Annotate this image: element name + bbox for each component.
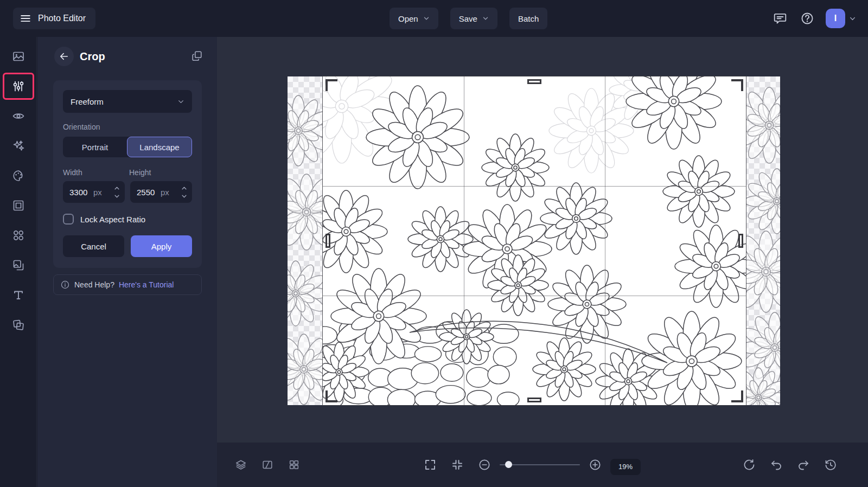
zoom-slider-thumb[interactable] — [505, 461, 512, 468]
zoom-out-button[interactable] — [473, 453, 496, 477]
fit-screen-button[interactable] — [445, 453, 469, 477]
layers-icon — [235, 459, 247, 471]
duplicate-icon — [191, 50, 203, 62]
save-button-label: Save — [459, 14, 477, 23]
frame-icon — [12, 199, 25, 212]
height-input[interactable] — [137, 188, 161, 197]
grid-icon — [288, 459, 300, 471]
photo-editor-app: Photo Editor Open Save Batch I — [0, 0, 868, 487]
width-step-up-button[interactable] — [112, 184, 121, 191]
aspect-ratio-select[interactable]: Freeform — [63, 90, 192, 113]
compare-button[interactable] — [257, 453, 278, 477]
feedback-icon — [773, 11, 787, 25]
canvas-image[interactable] — [288, 76, 780, 405]
palette-icon — [12, 169, 25, 182]
sidebar-item-text[interactable] — [5, 283, 31, 307]
crop-handle-top[interactable] — [527, 79, 541, 84]
crop-handle-top-right[interactable] — [731, 79, 743, 91]
lock-aspect-ratio-row[interactable]: Lock Aspect Ratio — [63, 214, 192, 225]
cancel-button[interactable]: Cancel — [63, 235, 124, 257]
sidebar-item-textures[interactable] — [5, 313, 31, 337]
tutorial-link[interactable]: Here's a Tutorial — [119, 280, 174, 289]
height-step-down-button[interactable] — [180, 193, 188, 200]
redo-button[interactable] — [792, 453, 815, 477]
layers-button[interactable] — [230, 453, 252, 477]
sidebar-item-edit[interactable] — [5, 74, 31, 98]
sidebar-item-overlays[interactable] — [5, 223, 31, 247]
textures-icon — [12, 318, 25, 331]
crop-handle-top-left[interactable] — [326, 79, 337, 91]
crop-handle-left[interactable] — [326, 234, 330, 248]
batch-button-label: Batch — [518, 14, 539, 23]
crop-box[interactable] — [323, 76, 746, 405]
duplicate-button[interactable] — [191, 50, 203, 62]
chevron-down-icon — [114, 194, 120, 198]
height-unit: px — [161, 188, 169, 197]
main-menu-button[interactable]: Photo Editor — [13, 8, 95, 29]
crop-handle-bottom-left[interactable] — [326, 390, 337, 402]
crop-gridline-horizontal — [323, 296, 746, 296]
history-button[interactable] — [819, 453, 843, 477]
account-menu[interactable]: I — [826, 9, 856, 28]
canvas-area[interactable]: 19% — [217, 37, 868, 487]
topbar: Photo Editor Open Save Batch I — [0, 0, 868, 37]
chevron-down-icon — [849, 15, 856, 22]
lock-aspect-label: Lock Aspect Ratio — [80, 215, 145, 224]
zoom-slider[interactable] — [500, 453, 580, 477]
zoom-level[interactable]: 19% — [610, 459, 641, 475]
width-field[interactable]: px — [63, 181, 125, 203]
sidebar-item-frames[interactable] — [5, 194, 31, 217]
reset-icon — [743, 458, 756, 471]
undo-button[interactable] — [764, 453, 788, 477]
zoom-in-button[interactable] — [583, 453, 607, 477]
height-label: Height — [129, 168, 151, 177]
back-button[interactable] — [54, 47, 74, 66]
portrait-button[interactable]: Portrait — [63, 137, 127, 157]
width-label: Width — [63, 168, 129, 177]
crop-settings-card: Freeform Orientation Portrait Landscape … — [53, 80, 202, 268]
sidebar-item-effects[interactable] — [5, 134, 31, 158]
history-tools — [737, 453, 843, 477]
height-field[interactable]: px — [130, 181, 192, 203]
crop-panel: Crop Freeform Orientation Portrait Lands… — [37, 37, 217, 487]
sparkles-icon — [12, 139, 25, 152]
dimension-inputs: px px — [63, 181, 192, 203]
arrow-left-icon — [59, 51, 69, 62]
height-step-up-button[interactable] — [180, 184, 188, 191]
chevron-down-icon — [423, 15, 430, 22]
save-button[interactable]: Save — [450, 8, 497, 29]
sidebar-item-photo[interactable] — [5, 44, 31, 68]
sidebar-item-artsy[interactable] — [5, 164, 31, 188]
zoom-in-icon — [589, 458, 602, 471]
avatar[interactable]: I — [826, 9, 845, 28]
zoom-controls: 19% — [418, 453, 641, 477]
apply-button[interactable]: Apply — [131, 235, 192, 257]
crop-gridline-vertical — [464, 76, 464, 405]
help-icon — [800, 11, 814, 25]
chevron-down-icon — [181, 194, 187, 198]
crop-gridline-vertical — [605, 76, 605, 405]
help-button[interactable] — [799, 10, 816, 27]
batch-button[interactable]: Batch — [509, 8, 547, 29]
topbar-actions: Open Save Batch — [390, 8, 547, 29]
redo-icon — [797, 458, 810, 471]
crop-handle-bottom-right[interactable] — [731, 390, 743, 402]
fullscreen-button[interactable] — [418, 453, 442, 477]
open-button[interactable]: Open — [390, 8, 438, 29]
fit-screen-icon — [451, 458, 464, 471]
grid-view-button[interactable] — [283, 453, 305, 477]
width-step-down-button[interactable] — [112, 193, 121, 200]
app-title: Photo Editor — [38, 14, 86, 23]
sidebar-item-graphics[interactable] — [5, 253, 31, 277]
width-input[interactable] — [69, 188, 93, 197]
crop-handle-right[interactable] — [738, 234, 743, 248]
aspect-ratio-value: Freeform — [71, 97, 104, 106]
landscape-button[interactable]: Landscape — [127, 137, 192, 157]
photo-icon — [12, 50, 25, 63]
sidebar-item-touchup[interactable] — [5, 104, 31, 128]
reset-button[interactable] — [737, 453, 761, 477]
lock-aspect-checkbox[interactable] — [63, 214, 74, 225]
crop-handle-bottom[interactable] — [527, 398, 541, 402]
compare-icon — [261, 459, 273, 471]
feedback-button[interactable] — [771, 10, 789, 27]
